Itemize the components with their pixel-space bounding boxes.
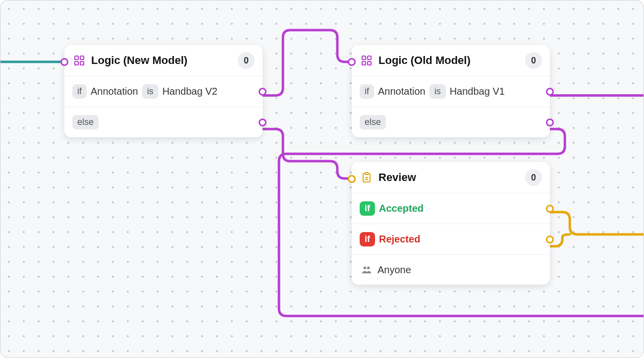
logic-old-else-row[interactable]: else [352,107,550,137]
svg-rect-3 [80,61,84,65]
logic-old-count: 0 [525,52,542,69]
logic-icon [360,54,374,67]
logic-old-if-output-port[interactable] [546,88,554,96]
review-header[interactable]: Review 0 [352,162,550,193]
review-input-port[interactable] [348,175,356,183]
logic-old-header[interactable]: Logic (Old Model) 0 [352,45,550,76]
logic-old-else-output-port[interactable] [546,119,554,126]
svg-rect-1 [80,56,84,60]
review-node[interactable]: Review 0 if Accepted if Rejected Anyone [352,162,550,285]
if-value: Handbag V1 [450,86,505,97]
svg-rect-4 [362,56,366,60]
accepted-label: Accepted [379,203,424,214]
if-pill: if [72,84,87,99]
if-field: Annotation [91,86,138,97]
logic-new-else-row[interactable]: else [64,107,263,137]
else-pill: else [360,115,386,129]
if-pill: if [360,84,374,99]
logic-old-if-row[interactable]: if Annotation is Handbag V1 [352,76,550,107]
svg-rect-0 [75,56,78,60]
logic-old-input-port[interactable] [348,58,356,66]
svg-rect-9 [365,173,368,175]
if-pill-green: if [360,201,375,216]
if-value: Handbag V2 [162,86,217,97]
review-rejected-row[interactable]: if Rejected [352,224,550,254]
logic-icon [72,54,86,67]
review-anyone-row[interactable]: Anyone [352,254,550,285]
workflow-canvas[interactable]: Logic (New Model) 0 if Annotation is Han… [0,0,644,358]
rejected-label: Rejected [379,234,420,245]
review-accepted-output-port[interactable] [546,205,554,213]
if-pill-red: if [360,232,375,246]
logic-new-header[interactable]: Logic (New Model) 0 [64,45,263,76]
is-pill: is [429,84,446,99]
svg-rect-7 [368,61,371,65]
logic-new-title: Logic (New Model) [91,54,233,67]
svg-point-13 [367,267,370,270]
review-rejected-output-port[interactable] [546,236,554,243]
logic-new-else-output-port[interactable] [259,119,267,126]
logic-new-if-output-port[interactable] [259,88,267,96]
people-icon [360,263,374,277]
review-title: Review [378,171,520,184]
is-pill: is [142,84,159,99]
clipboard-icon [360,171,374,184]
logic-new-count: 0 [238,52,255,69]
svg-rect-2 [75,61,78,65]
review-accepted-row[interactable]: if Accepted [352,193,550,224]
logic-new-input-port[interactable] [60,58,68,66]
svg-rect-6 [362,61,366,65]
if-field: Annotation [378,86,426,97]
svg-point-12 [364,267,367,270]
logic-old-node[interactable]: Logic (Old Model) 0 if Annotation is Han… [352,45,550,137]
logic-old-title: Logic (Old Model) [378,54,520,67]
logic-new-if-row[interactable]: if Annotation is Handbag V2 [64,76,263,107]
review-count: 0 [525,169,542,186]
else-pill: else [72,115,99,129]
anyone-label: Anyone [377,264,411,276]
svg-rect-5 [368,56,371,60]
logic-new-node[interactable]: Logic (New Model) 0 if Annotation is Han… [64,45,263,137]
